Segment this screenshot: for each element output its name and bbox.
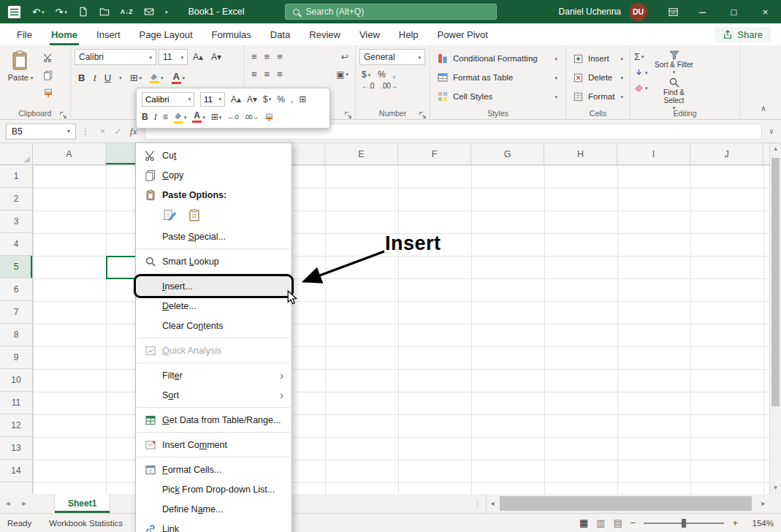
row-header-3[interactable]: 3 — [0, 210, 32, 233]
decrease-font-size-button[interactable]: A▾ — [208, 52, 224, 62]
view-page-layout-button[interactable]: ▥ — [596, 517, 605, 528]
decrease-decimal-button[interactable]: .00→ — [381, 82, 397, 90]
row-header-6[interactable]: 6 — [0, 278, 32, 301]
workbook-statistics-button[interactable]: Workbook Statistics — [49, 519, 123, 528]
align-left-button[interactable]: ≡ — [251, 69, 257, 80]
menu-item-paste-options[interactable]: Paste Options: — [136, 185, 292, 205]
mini-font-color-button[interactable]: A▾ — [192, 111, 205, 123]
align-right-button[interactable]: ≡ — [277, 69, 283, 80]
mini-italic-button[interactable]: I — [154, 113, 157, 121]
font-size-select[interactable]: 11▾ — [159, 49, 188, 65]
menu-item-insert-comment[interactable]: Insert Comment — [136, 435, 292, 455]
column-header-g[interactable]: G — [471, 143, 544, 164]
menu-item-filter[interactable]: Filter› — [136, 365, 292, 385]
delete-cells-button[interactable]: Delete ▾ — [570, 68, 626, 87]
mini-accounting-button[interactable]: $▾ — [263, 95, 271, 104]
row-header-4[interactable]: 4 — [0, 233, 32, 256]
cancel-button[interactable]: × — [95, 126, 110, 137]
comma-style-button[interactable]: , — [393, 69, 395, 80]
align-center-button[interactable]: ≡ — [264, 69, 270, 80]
borders-button[interactable]: ⊞▾ — [130, 72, 142, 83]
align-bottom-button[interactable]: ≡ — [277, 51, 283, 62]
percent-style-button[interactable]: % — [378, 69, 386, 80]
collapse-ribbon-button[interactable]: ∧ — [746, 99, 781, 119]
open-button[interactable] — [99, 7, 110, 17]
zoom-in-button[interactable]: + — [732, 517, 738, 528]
bold-button[interactable]: B — [78, 72, 85, 83]
tab-home[interactable]: Home — [42, 23, 87, 45]
merge-center-button[interactable]: ▣▾ — [336, 69, 348, 80]
column-header-a[interactable]: A — [33, 143, 106, 164]
menu-item-insert[interactable]: Insert... — [136, 276, 292, 296]
align-top-button[interactable]: ≡ — [251, 51, 257, 62]
scroll-right-icon[interactable]: ► — [758, 494, 769, 513]
fill-button[interactable]: ▾ — [634, 68, 648, 77]
row-header-2[interactable]: 2 — [0, 188, 32, 210]
accounting-format-button[interactable]: $▾ — [362, 69, 370, 80]
row-header-11[interactable]: 11 — [0, 392, 32, 414]
format-cells-button[interactable]: Format ▾ — [570, 87, 626, 106]
increase-font-size-button[interactable]: A▴ — [190, 52, 206, 62]
scroll-down-icon[interactable]: ▼ — [770, 482, 781, 494]
column-header-i[interactable]: I — [617, 143, 690, 164]
cut-button[interactable] — [43, 53, 53, 65]
row-header-14[interactable]: 14 — [0, 460, 32, 482]
find-select-button[interactable]: Find & Select ▾ — [654, 77, 695, 110]
redo-button[interactable]: ↷▾ — [55, 7, 66, 17]
undo-button[interactable]: ↶▾ — [32, 7, 44, 17]
sheet-tab-sheet1[interactable]: Sheet1 — [54, 494, 110, 513]
maximize-button[interactable]: □ — [718, 0, 750, 23]
cell-styles-button[interactable]: Cell Styles ▾ — [434, 87, 562, 106]
tab-formulas[interactable]: Formulas — [202, 23, 261, 45]
wrap-text-button[interactable]: ↩ — [341, 52, 348, 62]
mini-align-center-button[interactable]: ≡ — [163, 113, 168, 121]
zoom-slider-thumb[interactable] — [682, 519, 686, 528]
mini-comma-button[interactable]: , — [291, 95, 293, 104]
row-header-7[interactable]: 7 — [0, 301, 32, 324]
new-file-button[interactable] — [78, 7, 88, 17]
number-format-select[interactable]: General▾ — [359, 49, 425, 65]
mini-format-painter-button[interactable] — [264, 113, 274, 122]
mini-decrease-decimal-button[interactable]: .00→ — [244, 114, 259, 121]
close-button[interactable]: × — [750, 0, 781, 23]
ribbon-display-options-button[interactable] — [659, 0, 687, 23]
row-header-1[interactable]: 1 — [0, 165, 32, 188]
paste-values-icon[interactable] — [186, 207, 203, 224]
clipboard-dialog-launcher[interactable] — [59, 109, 67, 117]
paste-keep-formatting-icon[interactable] — [161, 207, 178, 224]
user-name[interactable]: Daniel Uchenna — [559, 7, 621, 17]
vertical-scrollbar-thumb[interactable] — [772, 158, 780, 406]
fill-color-button[interactable]: ▾ — [150, 73, 164, 83]
tab-insert[interactable]: Insert — [87, 23, 130, 45]
number-dialog-launcher[interactable] — [419, 109, 427, 117]
mini-fill-color-button[interactable]: ▾ — [174, 111, 187, 123]
name-box[interactable]: B5 ▾ — [6, 123, 76, 140]
increase-decimal-button[interactable]: ←.0 — [362, 82, 374, 90]
menu-item-sort[interactable]: Sort› — [136, 385, 292, 405]
row-header-9[interactable]: 9 — [0, 346, 32, 369]
zoom-out-button[interactable]: − — [630, 517, 636, 528]
underline-dropdown-icon[interactable]: ▾ — [119, 75, 122, 80]
mini-increase-font-button[interactable]: A▴ — [231, 95, 241, 104]
mini-font-name-select[interactable]: Calibri▾ — [142, 92, 194, 107]
menu-item-clear-contents[interactable]: Clear Contents — [136, 316, 292, 335]
italic-button[interactable]: I — [93, 72, 96, 84]
mini-borders-button[interactable]: ⊞▾ — [211, 113, 222, 121]
insert-cells-button[interactable]: Insert ▾ — [570, 49, 626, 68]
expand-formula-bar-icon[interactable]: ∨ — [762, 127, 781, 135]
copy-button[interactable] — [43, 70, 53, 83]
column-header-f[interactable]: F — [398, 143, 471, 164]
mini-font-size-select[interactable]: 11▾ — [200, 92, 225, 107]
sort-filter-button[interactable]: Sort & Filter ▾ — [654, 49, 695, 75]
next-sheet-icon[interactable]: ► — [16, 500, 32, 507]
mini-table-grid-icon[interactable]: ⊞ — [299, 95, 306, 104]
minimize-button[interactable]: ─ — [687, 0, 718, 23]
conditional-formatting-button[interactable]: Conditional Formatting ▾ — [434, 49, 562, 68]
clear-button[interactable]: ▾ — [634, 83, 648, 93]
scroll-up-icon[interactable]: ▲ — [770, 143, 781, 155]
view-page-break-button[interactable]: ▤ — [614, 517, 622, 528]
sort-az-button[interactable]: A↓Z — [121, 9, 133, 15]
row-header-10[interactable]: 10 — [0, 369, 32, 392]
tab-scrollbar-splitter[interactable]: ⋮ — [473, 499, 481, 509]
row-header-13[interactable]: 13 — [0, 437, 32, 460]
